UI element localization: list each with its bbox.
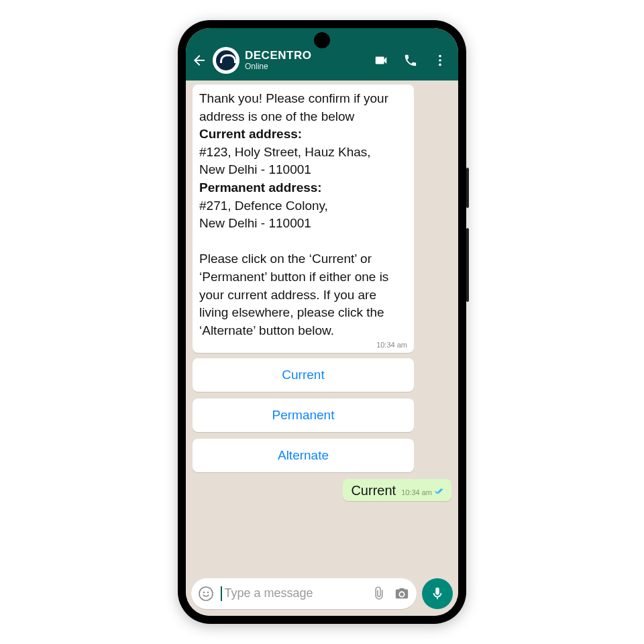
- outgoing-message-row: Current 10:34 am: [193, 479, 451, 501]
- camera-icon[interactable]: [394, 586, 410, 602]
- phone-side-button: [466, 168, 469, 208]
- voice-call-icon[interactable]: [403, 53, 418, 68]
- msg-instruction: Please click on the ‘Current’ or ‘Perman…: [199, 252, 388, 337]
- video-call-icon[interactable]: [374, 53, 388, 68]
- outgoing-time: 10:34 am: [401, 488, 432, 496]
- emoji-icon[interactable]: [198, 586, 214, 602]
- more-options-icon[interactable]: [433, 53, 447, 68]
- message-time: 10:34 am: [199, 341, 407, 349]
- attach-icon[interactable]: [371, 586, 387, 602]
- avatar[interactable]: [213, 47, 239, 74]
- svg-point-4: [203, 592, 205, 594]
- current-address-line1: #123, Holy Street, Hauz Khas,: [199, 145, 371, 159]
- svg-point-3: [199, 587, 213, 600]
- placeholder-text: Type a message: [225, 586, 313, 600]
- contact-status: Online: [245, 62, 368, 71]
- screen: DECENTRO Online: [186, 28, 458, 616]
- mic-button[interactable]: [422, 578, 453, 609]
- current-address-line2: New Delhi - 110001: [199, 162, 311, 176]
- permanent-address-line2: New Delhi - 110001: [199, 216, 311, 230]
- msg-intro: Thank you! Please confirm if your addres…: [199, 91, 388, 123]
- chat-area[interactable]: Thank you! Please confirm if your addres…: [186, 80, 458, 574]
- outgoing-meta: 10:34 am: [401, 488, 446, 498]
- phone-side-button: [466, 228, 469, 302]
- outgoing-message: Current 10:34 am: [343, 479, 451, 501]
- header-title-block[interactable]: DECENTRO Online: [245, 50, 368, 71]
- stage: DECENTRO Online: [0, 0, 644, 644]
- read-receipt-icon: [434, 488, 446, 497]
- message-text: Thank you! Please confirm if your addres…: [199, 90, 407, 339]
- svg-point-1: [439, 59, 441, 62]
- current-address-label: Current address:: [199, 127, 302, 141]
- option-permanent-button[interactable]: Permanent: [193, 398, 414, 432]
- svg-point-5: [207, 592, 209, 594]
- option-alternate-button[interactable]: Alternate: [193, 439, 414, 472]
- incoming-message: Thank you! Please confirm if your addres…: [193, 85, 414, 353]
- back-icon[interactable]: [191, 52, 207, 68]
- input-bar: Type a message: [186, 574, 458, 616]
- avatar-logo-icon: [216, 50, 236, 70]
- header-actions: [374, 53, 450, 68]
- contact-name: DECENTRO: [245, 50, 368, 62]
- permanent-address-line1: #271, Defence Colony,: [199, 199, 328, 213]
- input-placeholder: Type a message: [221, 586, 364, 601]
- outgoing-text: Current: [351, 483, 396, 498]
- camera-notch: [314, 32, 330, 48]
- option-current-button[interactable]: Current: [193, 358, 414, 392]
- permanent-address-label: Permanent address:: [199, 180, 322, 195]
- phone-frame: DECENTRO Online: [178, 20, 466, 624]
- svg-point-2: [439, 64, 441, 66]
- text-caret: [221, 586, 222, 601]
- svg-point-0: [439, 55, 441, 58]
- message-input[interactable]: Type a message: [191, 578, 417, 609]
